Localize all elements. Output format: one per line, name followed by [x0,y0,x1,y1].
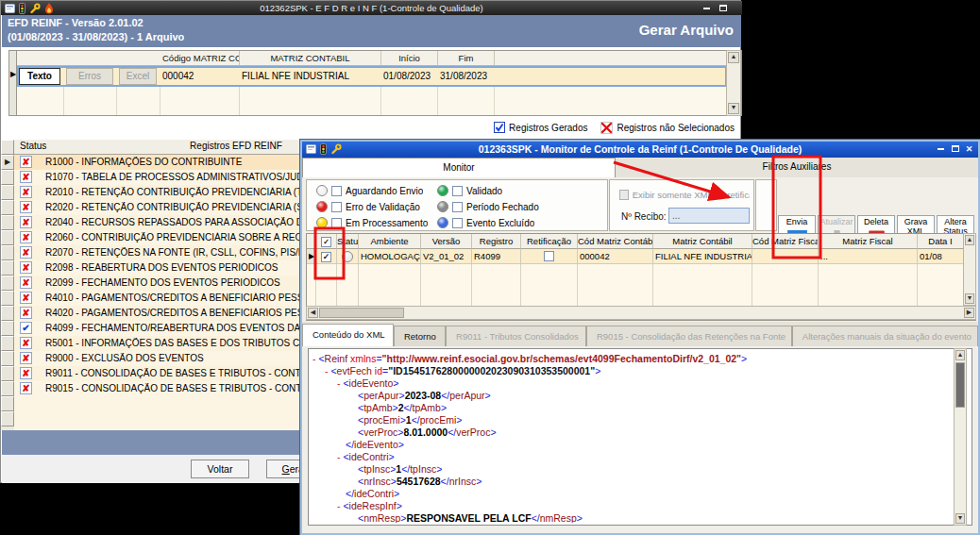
exibir-retificacao-label: Exibir somente XML de retificação [633,190,750,200]
flame-icon [44,3,54,14]
cell: V2_01_02 [421,249,472,264]
empty-cell [918,264,964,306]
cell: FILIAL NFE INDUSTRIAL [240,66,381,87]
tab-retorno[interactable]: Retorno [394,326,446,346]
minimize-icon[interactable] [935,143,947,154]
status-filter-checkbox[interactable] [452,186,463,196]
erros-button: Erros [66,68,113,85]
red-x-icon: ✘ [20,216,32,228]
row-select-checkbox[interactable]: ✓ [321,252,331,262]
scroll-up-icon[interactable]: ▲ [728,52,739,63]
status-legend-item: Aguardando Envio [316,185,423,196]
xml-line: <verProc>8.01.0000</verProc> [313,426,955,439]
scroll-up-icon[interactable]: ▲ [955,350,965,360]
row-marker-cell [1,245,14,260]
toolbar-button-label: Deleta [864,218,888,227]
form-icon [306,144,316,154]
column-header: MATRIZ CONTABIL [240,51,381,66]
status-legend-label: Período Fechado [466,202,539,212]
filter-legend-item: Registros não Selecionados [600,122,735,134]
status-legend-label: Evento Excluído [466,218,534,228]
column-header: Retificação [521,234,578,249]
collapse-marker-icon[interactable]: - [325,365,329,376]
cell: ✓ [316,249,337,264]
xml-line: - <ideEvento> [313,377,955,390]
status-filter-checkbox[interactable] [452,218,463,228]
scroll-left-icon[interactable]: ◀ [308,308,318,318]
red-x-icon: ✘ [20,156,32,168]
filter-legend-label: Registros não Selecionados [617,123,735,133]
column-header: Fim [438,51,495,66]
column-header: Cód Matriz Contábil [578,234,653,249]
collapse-marker-icon[interactable]: - [313,353,316,364]
file-grid-vscrollbar[interactable]: ▲ ▼ [726,50,741,116]
toolbar-button-label: Atualizar [819,218,853,227]
restore-icon[interactable] [717,3,729,13]
xml-line: <nmResp>RESPONSAVEL PELA LCF</nmResp> [313,512,955,523]
bg-titlebar-icons [5,2,54,14]
column-header: Versão [421,234,472,249]
recibo-input[interactable]: ... [668,208,750,224]
tab-monitor[interactable]: Monitor [302,158,616,177]
empty-cell [161,87,240,115]
red-x-icon: ✘ [20,246,32,259]
cell: HOMOLOGAÇÃO [359,249,421,264]
cell: 000042 [578,249,653,264]
status-filter-checkbox[interactable] [331,218,342,228]
retificacao-checkbox[interactable] [544,251,554,261]
xml-content-panel: - <Reinf xmlns="http://www.reinf.esocial… [308,348,972,526]
minimize-icon[interactable] [701,3,713,13]
scroll-right-icon[interactable]: ▶ [964,308,974,318]
status-legend-item: Evento Excluído [437,217,534,228]
xml-line: </ideContri> [313,488,955,500]
row-marker-cell: ▶ [1,155,14,170]
maximize-icon[interactable] [949,143,961,154]
tab-filtros-auxiliares[interactable]: Filtros Auxiliares [616,158,978,177]
select-all-checkbox[interactable]: ✓ [321,237,331,247]
status-filter-checkbox[interactable] [452,202,463,212]
table-row[interactable]: TextoErrosExcel000042FILIAL NFE INDUSTRI… [17,66,727,87]
status-filter-checkbox[interactable] [331,186,342,196]
tab-conte-do-do-xml[interactable]: Conteúdo do XML [302,324,394,346]
collapse-marker-icon[interactable]: - [337,500,341,511]
screen: 012362SPK - E F D R e I N F (1-Controle … [0,0,980,535]
status-ball-icon [437,201,448,212]
monitor-reinf-window: 012363SPK - Monitor de Controle da Reinf… [300,140,980,535]
hscroll-thumb[interactable] [319,308,404,318]
toolbar-button-label: Envia [786,218,808,227]
texto-button[interactable]: Texto [19,68,60,85]
row-marker-cell [1,366,14,381]
empty-cell [17,87,64,115]
row-marker-cell [1,336,14,351]
scroll-down-icon[interactable]: ▼ [728,103,739,114]
empty-cell [421,264,472,306]
empty-cell [578,264,653,306]
filter-legend: Registros GeradosRegistros não Seleciona… [1,120,735,135]
cell: ... [819,249,918,264]
row-marker-cell [1,230,14,245]
close-icon[interactable]: ✕ [963,143,975,154]
vscroll-thumb[interactable] [955,362,965,408]
cell: 31/08/2023 [438,66,495,87]
scroll-down-icon[interactable]: ▼ [955,513,965,524]
exibir-retificacao-checkbox[interactable] [619,190,629,200]
status-filter-checkbox[interactable] [331,202,342,212]
collapse-marker-icon[interactable]: - [337,451,341,462]
empty-cell [117,87,161,115]
voltar-button[interactable]: Voltar [191,460,249,478]
scroll-up-icon[interactable]: ▲ [965,235,974,245]
events-grid-hscrollbar[interactable]: ◀ ▶ [306,306,976,320]
empty-cell [752,264,819,306]
events-grid-vscrollbar[interactable]: ▲ ▼ [963,233,976,306]
scroll-down-icon[interactable]: ▼ [965,293,974,304]
cell [337,249,359,264]
status-ball-icon [316,185,328,196]
bg-window-title: 012362SPK - E F D R e I N F (1-Controle … [1,1,742,15]
red-x-icon: ✘ [20,307,32,319]
xml-line: - <ideContri> [313,451,955,463]
red-x-icon: ✘ [20,367,32,379]
xml-vscrollbar[interactable]: ▲ ▼ [954,348,967,526]
select-all-header[interactable]: ✓ [316,234,337,249]
collapse-marker-icon[interactable]: - [337,377,341,389]
status-legend-item: Período Fechado [437,201,539,212]
